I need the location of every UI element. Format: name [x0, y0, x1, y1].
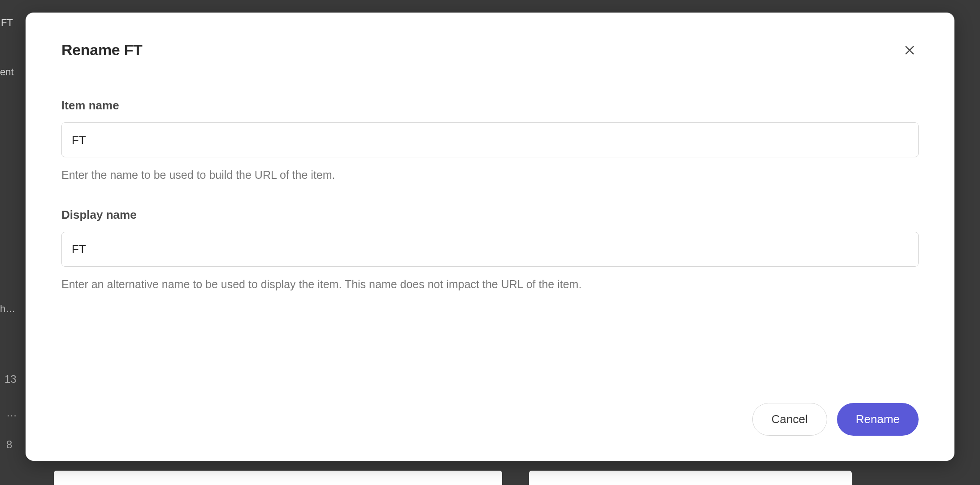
display-name-label: Display name	[61, 208, 919, 222]
item-name-input[interactable]	[61, 122, 919, 157]
item-name-group: Item name Enter the name to be used to b…	[61, 99, 919, 183]
item-name-label: Item name	[61, 99, 919, 113]
close-icon	[903, 44, 916, 56]
close-button[interactable]	[901, 41, 919, 59]
modal-title: Rename FT	[61, 41, 143, 59]
display-name-group: Display name Enter an alternative name t…	[61, 208, 919, 292]
modal-header: Rename FT	[61, 41, 919, 59]
rename-button[interactable]: Rename	[837, 403, 919, 436]
modal-footer: Cancel Rename	[61, 376, 919, 436]
cancel-button[interactable]: Cancel	[752, 403, 827, 436]
item-name-help: Enter the name to be used to build the U…	[61, 167, 919, 183]
modal-overlay: Rename FT Item name Enter the name to be…	[0, 0, 980, 485]
display-name-help: Enter an alternative name to be used to …	[61, 277, 919, 292]
rename-modal: Rename FT Item name Enter the name to be…	[26, 13, 954, 461]
display-name-input[interactable]	[61, 232, 919, 267]
